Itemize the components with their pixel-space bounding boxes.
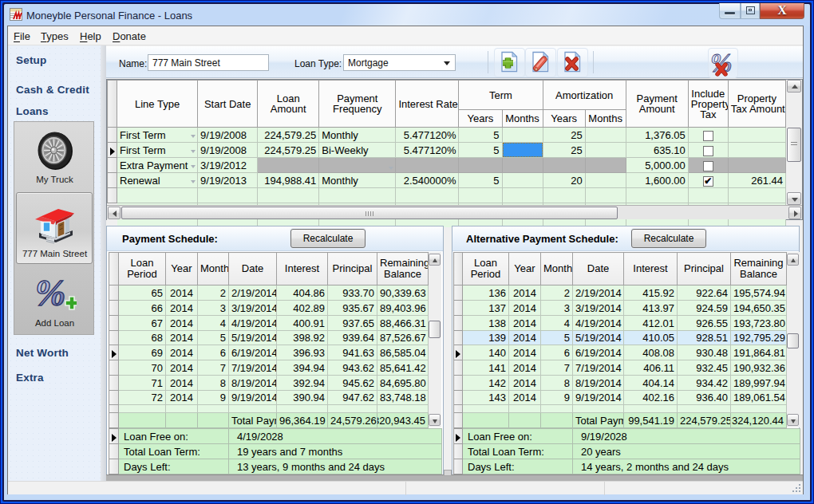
svg-text:%: % (710, 49, 733, 77)
svg-text:%: % (35, 274, 65, 312)
